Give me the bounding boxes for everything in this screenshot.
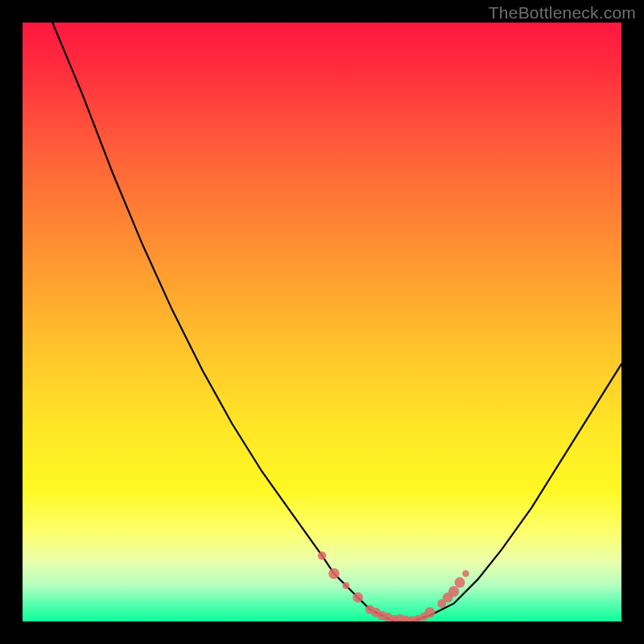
- chart-frame: TheBottleneck.com: [0, 0, 644, 644]
- dot: [318, 551, 326, 559]
- dot: [342, 582, 349, 589]
- dot: [328, 568, 340, 580]
- plot-area: [23, 23, 621, 621]
- watermark-text: TheBottleneck.com: [489, 3, 636, 23]
- dot: [462, 570, 469, 577]
- dot: [455, 577, 465, 588]
- sweet-spot-dots: [318, 551, 469, 621]
- bottleneck-line: [52, 23, 621, 621]
- dot: [448, 586, 459, 597]
- dot: [353, 592, 363, 603]
- curve-svg: [23, 23, 621, 621]
- dot: [424, 607, 435, 617]
